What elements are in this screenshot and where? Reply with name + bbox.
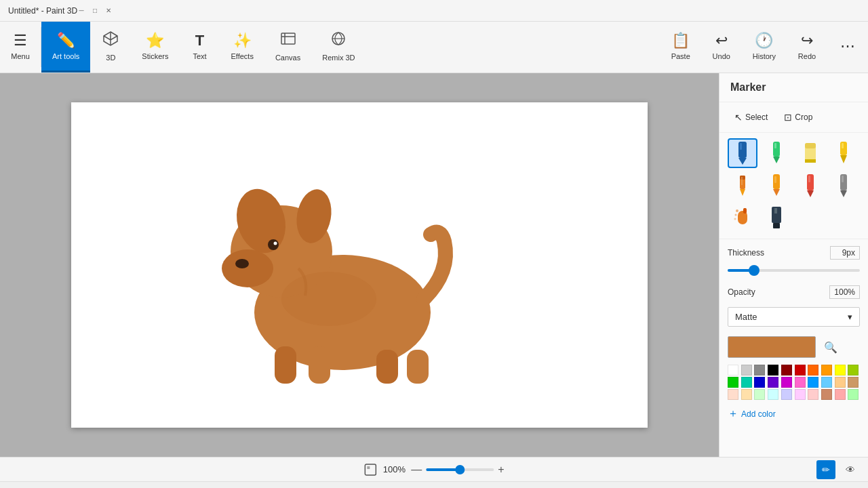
- tool-spray[interactable]: [728, 203, 757, 233]
- palette-color-28[interactable]: [835, 389, 846, 400]
- svg-rect-36: [808, 176, 810, 182]
- palette-color-3[interactable]: [768, 365, 778, 375]
- palette-color-26[interactable]: [808, 389, 818, 400]
- dog-illustration: [193, 136, 505, 387]
- more-icon: ⋯: [840, 37, 855, 55]
- draw-mode-button[interactable]: ✏: [816, 460, 835, 479]
- canvas-area[interactable]: [0, 73, 719, 457]
- palette-color-6[interactable]: [808, 365, 818, 375]
- close-button[interactable]: ✕: [104, 7, 113, 15]
- select-label: Select: [745, 113, 768, 122]
- palette-color-23[interactable]: [768, 389, 778, 400]
- palette-color-8[interactable]: [835, 365, 846, 375]
- palette-color-15[interactable]: [795, 377, 806, 388]
- select-crop-row: ↖ Select ⊡ Crop: [719, 102, 868, 133]
- palette-color-5[interactable]: [795, 365, 806, 375]
- palette-color-0[interactable]: [728, 365, 738, 375]
- status-bar: 100% — + ✏ 👁: [0, 457, 868, 481]
- maximize-button[interactable]: □: [91, 7, 99, 15]
- thickness-slider[interactable]: [728, 264, 860, 277]
- tool-marker-blue[interactable]: [728, 138, 757, 168]
- palette-color-19[interactable]: [848, 377, 859, 388]
- history-button[interactable]: 🕐 History: [742, 22, 787, 73]
- redo-button[interactable]: ↪ Redo: [787, 22, 827, 73]
- thickness-label: Thickness: [728, 248, 764, 258]
- toolbar-item-text[interactable]: T Text: [179, 22, 220, 73]
- toolbar-item-art-tools[interactable]: ✏️ Art tools: [41, 22, 90, 73]
- svg-rect-22: [805, 143, 816, 148]
- eyedropper-button[interactable]: 🔍: [821, 338, 840, 357]
- more-button[interactable]: ⋯: [827, 22, 868, 73]
- minimize-button[interactable]: ─: [77, 7, 85, 15]
- palette-color-16[interactable]: [808, 377, 818, 388]
- svg-rect-10: [275, 346, 296, 384]
- palette-color-24[interactable]: [781, 389, 792, 400]
- svg-marker-16: [738, 158, 747, 165]
- tool-pencil[interactable]: [728, 171, 757, 201]
- tool-eraser[interactable]: [795, 138, 825, 168]
- tool-oil[interactable]: [762, 171, 791, 201]
- palette-color-27[interactable]: [821, 389, 832, 400]
- chevron-down-icon: ▾: [848, 312, 852, 322]
- zoom-slider[interactable]: [426, 468, 494, 471]
- palette-color-4[interactable]: [781, 365, 792, 375]
- svg-point-42: [736, 209, 738, 212]
- palette-color-13[interactable]: [768, 377, 778, 388]
- canvas-paper[interactable]: [71, 102, 648, 428]
- tool-pixel[interactable]: [762, 203, 791, 233]
- toolbar-item-effects[interactable]: ✨ Effects: [220, 22, 264, 73]
- tool-gray-marker[interactable]: [829, 171, 859, 201]
- horizontal-scrollbar[interactable]: [0, 481, 868, 488]
- palette-color-21[interactable]: [741, 389, 752, 400]
- svg-point-4: [222, 249, 273, 287]
- palette-color-7[interactable]: [821, 365, 832, 375]
- effects-icon: ✨: [233, 32, 252, 49]
- palette-color-9[interactable]: [848, 365, 859, 375]
- crop-button[interactable]: ⊡ Crop: [777, 108, 819, 127]
- palette-color-2[interactable]: [754, 365, 765, 375]
- svg-point-9: [235, 259, 249, 268]
- toolbar-item-3d[interactable]: 3D: [90, 22, 131, 73]
- toolbar-item-stickers[interactable]: ⭐ Stickers: [131, 22, 179, 73]
- menu-button[interactable]: ☰ Menu: [0, 22, 41, 73]
- palette-color-22[interactable]: [754, 389, 765, 400]
- svg-rect-11: [309, 346, 330, 384]
- opacity-value[interactable]: 100%: [829, 285, 860, 299]
- tool-red-marker[interactable]: [795, 171, 825, 201]
- palette-color-11[interactable]: [741, 377, 752, 388]
- tool-pen-green[interactable]: [762, 138, 791, 168]
- select-button[interactable]: ↖ Select: [728, 108, 774, 127]
- tool-highlighter[interactable]: [829, 138, 859, 168]
- palette-color-17[interactable]: [821, 377, 832, 388]
- palette-color-20[interactable]: [728, 389, 738, 400]
- thickness-slider-thumb[interactable]: [749, 265, 760, 276]
- add-color-button[interactable]: ＋ Add color: [719, 403, 868, 425]
- canvas-icon: [280, 30, 296, 51]
- zoom-minus-button[interactable]: —: [411, 464, 422, 476]
- palette-color-12[interactable]: [754, 377, 765, 388]
- palette-color-10[interactable]: [728, 377, 738, 388]
- frame-button[interactable]: [363, 463, 377, 476]
- palette-color-29[interactable]: [848, 389, 859, 400]
- palette-color-14[interactable]: [781, 377, 792, 388]
- palette-color-25[interactable]: [795, 389, 806, 400]
- zoom-slider-thumb[interactable]: [455, 465, 465, 474]
- undo-icon: ↩: [715, 32, 728, 49]
- toolbar-item-canvas[interactable]: Canvas: [264, 22, 311, 73]
- zoom-plus-button[interactable]: +: [498, 464, 504, 476]
- thickness-value[interactable]: 9px: [830, 246, 860, 260]
- paste-button[interactable]: 📋 Paste: [660, 22, 701, 73]
- main-color-swatch[interactable]: [728, 336, 816, 358]
- svg-rect-26: [842, 143, 844, 148]
- matte-dropdown[interactable]: Matte ▾: [728, 307, 860, 327]
- undo-button[interactable]: ↩ Undo: [701, 22, 742, 73]
- color-swatch-row: 🔍: [719, 332, 868, 362]
- view-mode-button[interactable]: 👁: [841, 460, 860, 479]
- palette-color-1[interactable]: [741, 365, 752, 375]
- palette-color-18[interactable]: [835, 377, 846, 388]
- effects-label: Effects: [231, 52, 253, 60]
- canvas-label: Canvas: [275, 54, 300, 62]
- svg-rect-12: [376, 350, 398, 384]
- toolbar-item-remix3d[interactable]: Remix 3D: [311, 22, 366, 73]
- window-controls: ─ □ ✕: [77, 7, 113, 15]
